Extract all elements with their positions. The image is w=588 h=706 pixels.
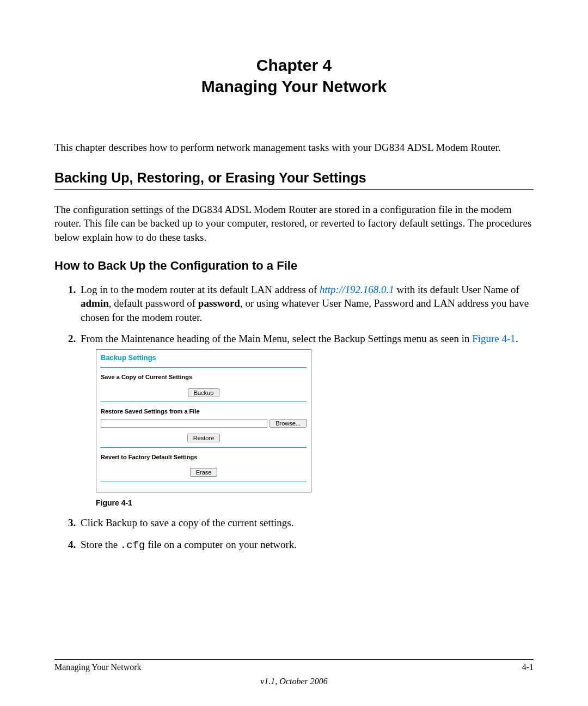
figure-heading: Backup Settings bbox=[101, 353, 307, 363]
backup-button[interactable]: Backup bbox=[188, 388, 220, 397]
figure-divider bbox=[101, 367, 307, 368]
step-4-text-a: Store the bbox=[81, 539, 120, 550]
footer-right: 4-1 bbox=[522, 662, 534, 672]
revert-label: Revert to Factory Default Settings bbox=[101, 453, 307, 461]
restore-file-input[interactable] bbox=[101, 419, 267, 428]
footer-rule bbox=[54, 659, 534, 660]
figure-caption: Figure 4-1 bbox=[96, 498, 534, 508]
step-2-text-a: From the Maintenance heading of the Main… bbox=[81, 333, 472, 344]
backup-settings-figure: Backup Settings Save a Copy of Current S… bbox=[96, 349, 311, 492]
erase-button[interactable]: Erase bbox=[190, 468, 218, 477]
section-body: The configuration settings of the DG834 … bbox=[54, 203, 534, 245]
section-heading: Backing Up, Restoring, or Erasing Your S… bbox=[54, 170, 534, 186]
figure-divider bbox=[101, 447, 307, 448]
save-copy-label: Save a Copy of Current Settings bbox=[101, 373, 307, 381]
section-rule bbox=[54, 189, 534, 190]
subsection-heading: How to Back Up the Configuration to a Fi… bbox=[54, 259, 534, 273]
cfg-extension: .cfg bbox=[120, 539, 145, 551]
step-3: Click Backup to save a copy of the curre… bbox=[78, 516, 534, 530]
footer-version: v1.1, October 2006 bbox=[54, 677, 534, 686]
step-4-text-b: file on a computer on your network. bbox=[145, 539, 297, 550]
figure-divider bbox=[101, 401, 307, 402]
username-admin: admin bbox=[81, 297, 109, 309]
step-2-text-b: . bbox=[516, 333, 518, 344]
restore-button[interactable]: Restore bbox=[187, 434, 220, 442]
figure-divider bbox=[101, 482, 307, 482]
chapter-title: Chapter 4 Managing Your Network bbox=[54, 54, 534, 97]
lan-address-link[interactable]: http://192.168.0.1 bbox=[320, 284, 394, 295]
step-1: Log in to the modem router at its defaul… bbox=[78, 283, 534, 325]
chapter-number: Chapter 4 bbox=[54, 54, 534, 76]
password-word: password bbox=[198, 297, 240, 309]
figure-reference[interactable]: Figure 4-1 bbox=[472, 333, 516, 344]
step-1-text-a: Log in to the modem router at its defaul… bbox=[81, 284, 320, 295]
chapter-name: Managing Your Network bbox=[54, 76, 534, 97]
step-4: Store the .cfg file on a computer on you… bbox=[78, 538, 534, 553]
browse-button[interactable]: Browse... bbox=[270, 419, 307, 428]
step-2: From the Maintenance heading of the Main… bbox=[78, 332, 534, 508]
chapter-intro: This chapter describes how to perform ne… bbox=[54, 141, 534, 155]
footer-left: Managing Your Network bbox=[54, 662, 142, 672]
restore-label: Restore Saved Settings from a File bbox=[101, 407, 307, 416]
step-1-text-b: with its default User Name of bbox=[394, 284, 519, 295]
steps-list: Log in to the modem router at its defaul… bbox=[54, 283, 534, 553]
page-footer: Managing Your Network 4-1 v1.1, October … bbox=[54, 659, 534, 686]
step-1-text-c: , default password of bbox=[109, 297, 198, 309]
